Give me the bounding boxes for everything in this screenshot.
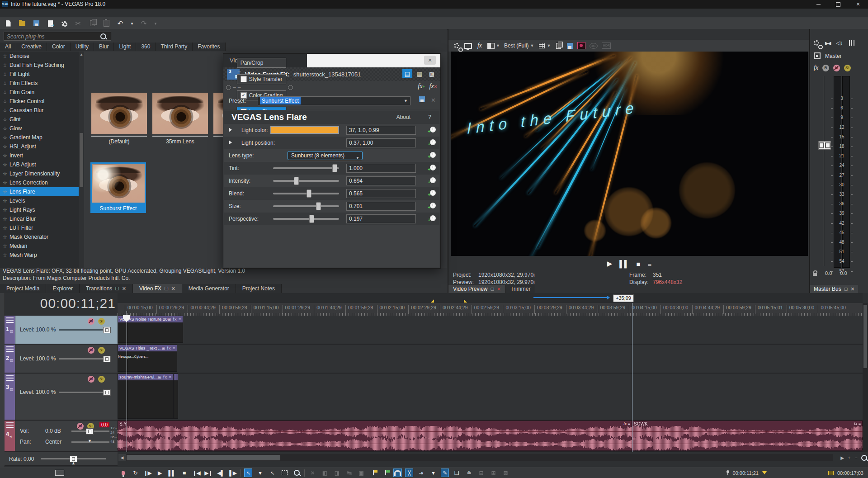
plugin-category-tab[interactable]: ★Utility [71, 43, 94, 51]
chain-plugin-style-transfer[interactable]: Style Transfer [237, 74, 287, 84]
favorite-star-icon[interactable]: ☆ [3, 243, 7, 249]
animate-icon[interactable] [430, 190, 436, 196]
track-1-color-strip[interactable]: 1 ▤ [5, 316, 15, 344]
plugin-list-item[interactable]: ☆Light Rays [0, 205, 79, 214]
track-menu-icon[interactable] [6, 375, 14, 381]
favorite-star-icon[interactable]: ☆ [3, 99, 7, 104]
auto-ripple-icon[interactable]: ⇥ [416, 469, 425, 477]
plugin-enable-checkbox[interactable] [241, 76, 247, 82]
tab-master-bus[interactable]: Master Bus▢✕ [810, 285, 858, 293]
save-project-icon[interactable] [32, 19, 41, 28]
loop-region-end-marker[interactable] [464, 299, 467, 303]
parameter-value-field[interactable]: 1.000 [346, 164, 416, 173]
redo-dropdown-icon[interactable]: ▾ [153, 19, 158, 28]
redo-icon[interactable]: ↷ [139, 19, 148, 28]
track-mute-icon[interactable]: M [88, 376, 94, 383]
remove-fx-button[interactable]: fx✕ [429, 83, 438, 90]
new-project-icon[interactable] [4, 19, 13, 28]
track-3-header[interactable]: 3 ▤ M S! Level: 100.0 % [5, 374, 118, 421]
preset-selected-value[interactable]: Sunburst Effect [260, 97, 301, 104]
timeline-vertical-scrollbar[interactable] [863, 303, 868, 452]
lock-event-icon[interactable]: ▣ [357, 469, 366, 477]
eraser-tool-icon[interactable]: ⊠ [501, 469, 510, 477]
track-4-header[interactable]: 4 ◂ M S! 0.0 Vol: 0.0 dB Pan: Center ▼ 1… [5, 421, 118, 452]
favorite-star-icon[interactable]: ☆ [3, 153, 7, 158]
dock-tab[interactable]: Transitions▢✕ [80, 284, 133, 293]
plugin-list-item[interactable]: ☆Lens Flare [0, 187, 79, 196]
volume-thumb[interactable] [86, 428, 94, 435]
zoom-edit-tool[interactable] [292, 469, 301, 477]
split-trim-icon[interactable]: ✕ [308, 469, 317, 477]
favorite-star-icon[interactable]: ☆ [3, 108, 7, 113]
plugin-list-item[interactable]: ☆Fill Light [0, 70, 79, 79]
preset-sunburst-effect[interactable]: Sunburst Effect [90, 162, 146, 213]
plugin-category-tab[interactable]: ★360 [136, 43, 156, 51]
split-screen-dropdown-icon[interactable]: ▼ [496, 43, 500, 48]
selection-end-time[interactable]: 00:00:17;03 [837, 470, 863, 476]
plugin-list-item[interactable]: ☆LUT Filter [0, 223, 79, 232]
animate-icon[interactable] [430, 152, 436, 158]
track-level-thumb[interactable] [103, 327, 111, 333]
track-menu-icon[interactable] [6, 422, 14, 428]
preset-thumbnail-image[interactable] [152, 93, 208, 134]
favorite-star-icon[interactable]: ☆ [3, 126, 7, 131]
envelope-edit-tool[interactable]: ↖ [268, 469, 277, 477]
menu-item[interactable] [18, 9, 26, 17]
project-properties-gear-icon[interactable] [60, 19, 69, 28]
list-view-icon[interactable]: ▤ [402, 69, 412, 78]
preset-combo[interactable]: Sunburst Effect ▼ [258, 96, 410, 105]
parameter-value-field[interactable]: 0.694 [346, 176, 416, 185]
ignore-event-grouping-icon[interactable]: ❒ [452, 469, 461, 477]
favorite-star-icon[interactable]: ☆ [3, 198, 7, 204]
plugin-list-item[interactable]: ☆Film Grain [0, 88, 79, 97]
favorite-star-icon[interactable]: ☆ [3, 117, 7, 122]
tab-video-preview[interactable]: Video Preview▢✕ [448, 285, 506, 293]
plugin-category-tab[interactable]: ★Creative [16, 43, 47, 51]
delete-preset-icon[interactable]: ✕ [431, 97, 436, 104]
plugin-category-tab[interactable]: ★Favorites [193, 43, 225, 51]
plugin-list-item[interactable]: ☆Flicker Control [0, 97, 79, 106]
animate-icon[interactable] [430, 127, 436, 133]
zoom-out-icon[interactable]: － [854, 454, 859, 461]
expand-icon[interactable] [229, 140, 232, 145]
favorite-star-icon[interactable]: ☆ [3, 135, 7, 140]
play-from-start-icon[interactable]: ❙▶ [143, 469, 152, 477]
minimize-button[interactable] [808, 0, 828, 9]
track-menu-icon[interactable] [6, 346, 14, 352]
favorite-star-icon[interactable]: ☆ [3, 171, 7, 176]
plugin-category-tab[interactable]: ★Color [47, 43, 71, 51]
lens-type-dropdown[interactable]: Sunburst (8 elements)▼ [288, 151, 363, 160]
plugin-category-tab[interactable]: ★Blur [94, 43, 114, 51]
pause-icon[interactable]: ▌▌ [167, 469, 176, 477]
favorite-star-icon[interactable]: ☆ [3, 216, 7, 222]
normal-edit-tool[interactable]: ↖ [244, 469, 252, 477]
cursor-position-time[interactable]: 00:00:11;21 [733, 470, 759, 476]
copy-snapshot-icon[interactable] [555, 41, 562, 50]
parameter-slider[interactable] [273, 193, 339, 194]
master-fx-icon[interactable]: fx [814, 64, 818, 71]
slider-thumb[interactable] [332, 164, 337, 172]
slider-thumb[interactable] [307, 189, 311, 198]
preset-35mm-lens[interactable]: 35mm Lens [152, 93, 208, 145]
slider-thumb[interactable] [316, 202, 321, 210]
mixer-tool-icon[interactable]: ⊟ [476, 469, 486, 477]
render-as-icon[interactable] [46, 19, 55, 28]
color-swatch[interactable] [270, 126, 339, 134]
track-solo-icon[interactable]: S! [98, 318, 105, 325]
animate-icon[interactable] [430, 139, 436, 145]
pan-center-marker[interactable]: ▼ [88, 439, 92, 443]
plugin-category-tab[interactable]: ★All [0, 43, 16, 51]
loop-region-start-marker[interactable] [431, 299, 434, 303]
mute-icon[interactable]: M [833, 65, 840, 71]
preset-thumbnail-image[interactable] [91, 93, 147, 134]
favorite-star-icon[interactable]: ☆ [3, 234, 7, 240]
plugin-list-item[interactable]: ☆Layer Dimensionality [0, 169, 79, 178]
preview-on-device-icon[interactable] [577, 41, 585, 50]
preview-options-icon[interactable]: ≡ [648, 260, 652, 268]
plugin-list-scrollbar[interactable]: ▲ [79, 52, 84, 268]
video-output-fx-icon[interactable]: fx [476, 41, 483, 50]
loop-playback-icon[interactable]: ↻ [131, 469, 140, 477]
preview-pause-icon[interactable]: ▌▌ [619, 260, 629, 268]
parameter-slider[interactable] [273, 180, 339, 182]
track-4-color-strip[interactable]: 4 ◂ [5, 421, 15, 451]
